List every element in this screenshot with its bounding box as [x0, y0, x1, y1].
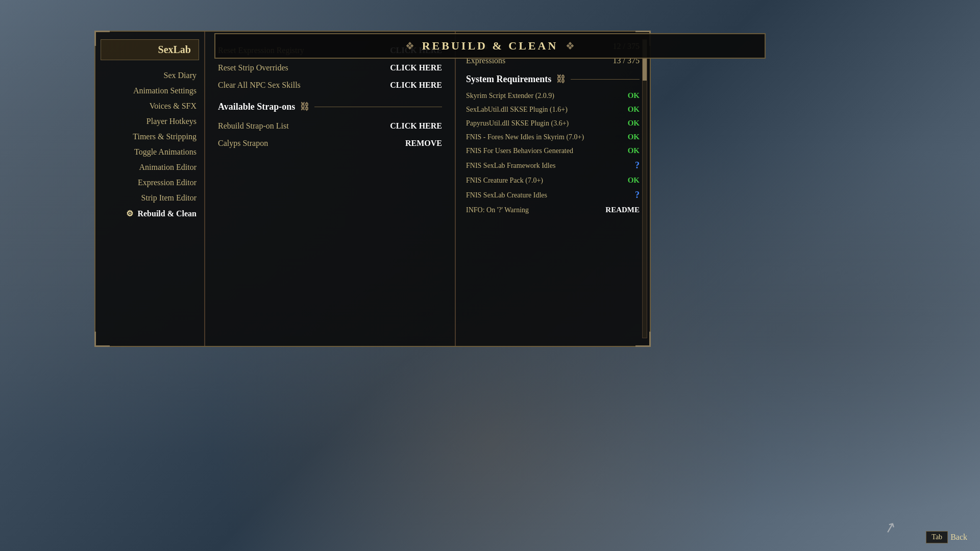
req-status-1: OK — [628, 105, 640, 114]
req-label-7: FNIS SexLab Creature Idles — [466, 191, 635, 199]
back-label: Back — [950, 533, 967, 542]
req-row-6: FNIS Creature Pack (7.0+) OK — [466, 173, 640, 187]
req-label-1: SexLabUtil.dll SKSE Plugin (1.6+) — [466, 106, 628, 114]
sidebar-header: SexLab — [101, 39, 199, 60]
action-row-reset-strip: Reset Strip Overrides CLICK HERE — [218, 59, 442, 77]
page-title: REBUILD & CLEAN — [422, 39, 558, 53]
calyps-strapon-label: Calyps Strapon — [218, 139, 268, 148]
req-status-7: ? — [635, 190, 640, 201]
req-status-4: OK — [628, 146, 640, 155]
sidebar-item-expression-editor[interactable]: Expression Editor — [95, 175, 204, 190]
title-deco-left: ❖ — [405, 40, 414, 52]
req-label-5: FNIS SexLab Framework Idles — [466, 162, 635, 170]
req-status-2: OK — [628, 119, 640, 128]
req-label-4: FNIS For Users Behaviors Generated — [466, 147, 628, 155]
sidebar-item-animation-settings[interactable]: Animation Settings — [95, 83, 204, 98]
req-label-8: INFO: On '?' Warning — [466, 206, 605, 214]
gear-icon: ⚙ — [126, 209, 133, 218]
link-icon: ⛓ — [300, 102, 309, 112]
sidebar-item-timers-stripping[interactable]: Timers & Stripping — [95, 129, 204, 144]
sidebar-item-rebuild-clean[interactable]: ⚙ Rebuild & Clean — [95, 206, 204, 221]
req-row-7: FNIS SexLab Creature Idles ? — [466, 187, 640, 203]
clear-npc-button[interactable]: CLICK HERE — [390, 81, 442, 90]
sidebar-item-voices-sfx[interactable]: Voices & SFX — [95, 98, 204, 114]
req-label-6: FNIS Creature Pack (7.0+) — [466, 177, 628, 185]
main-container: SexLab Sex Diary Animation Settings Voic… — [94, 31, 651, 347]
req-row-0: Skyrim Script Extender (2.0.9) OK — [466, 89, 640, 103]
req-row-4: FNIS For Users Behaviors Generated OK — [466, 144, 640, 158]
req-status-6: OK — [628, 176, 640, 185]
title-bar: ❖ REBUILD & CLEAN ❖ — [214, 33, 766, 59]
req-row-1: SexLabUtil.dll SKSE Plugin (1.6+) OK — [466, 103, 640, 116]
sidebar-item-sex-diary[interactable]: Sex Diary — [95, 68, 204, 83]
strap-ons-header: Available Strap-ons ⛓ — [218, 102, 442, 112]
req-row-5: FNIS SexLab Framework Idles ? — [466, 158, 640, 173]
sys-req-divider — [571, 79, 640, 80]
corner-bl — [94, 332, 110, 347]
strap-ons-title: Available Strap-ons — [218, 102, 295, 112]
rebuild-strapon-button[interactable]: CLICK HERE — [390, 121, 442, 131]
content-area: Reset Expression Registry CLICK HERE Res… — [205, 32, 650, 346]
scrollbar[interactable] — [642, 39, 647, 338]
req-label-2: PapyrusUtil.dll SKSE Plugin (3.6+) — [466, 119, 628, 128]
reset-strip-button[interactable]: CLICK HERE — [390, 63, 442, 72]
sidebar-item-toggle-animations[interactable]: Toggle Animations — [95, 144, 204, 160]
clear-npc-label: Clear All NPC Sex Skills — [218, 81, 301, 90]
section-divider — [314, 107, 442, 107]
req-status-5: ? — [635, 160, 640, 171]
right-panel: Voices 12 / 375 Expressions 13 / 375 Sys… — [456, 32, 650, 346]
main-layout: SexLab Sex Diary Animation Settings Voic… — [95, 32, 650, 346]
action-row-rebuild-strapon: Rebuild Strap-on List CLICK HERE — [218, 117, 442, 135]
left-panel: Reset Expression Registry CLICK HERE Res… — [205, 32, 456, 346]
action-row-calyps-strapon: Calyps Strapon REMOVE — [218, 135, 442, 152]
readme-button[interactable]: README — [605, 206, 640, 214]
title-deco-right: ❖ — [566, 40, 575, 52]
sidebar-item-animation-editor[interactable]: Animation Editor — [95, 160, 204, 175]
req-status-0: OK — [628, 91, 640, 100]
req-row-2: PapyrusUtil.dll SKSE Plugin (3.6+) OK — [466, 116, 640, 130]
req-row-3: FNIS - Fores New Idles in Skyrim (7.0+) … — [466, 130, 640, 144]
sidebar-title: SexLab — [158, 44, 191, 55]
req-label-0: Skyrim Script Extender (2.0.9) — [466, 92, 628, 100]
sys-req-title: System Requirements — [466, 74, 551, 85]
action-row-clear-npc: Clear All NPC Sex Skills CLICK HERE — [218, 77, 442, 94]
tab-key-label[interactable]: Tab — [926, 531, 948, 543]
sidebar-item-strip-item-editor[interactable]: Strip Item Editor — [95, 190, 204, 206]
reset-strip-label: Reset Strip Overrides — [218, 63, 288, 72]
corner-tl — [94, 31, 110, 46]
calyps-strapon-remove-button[interactable]: REMOVE — [405, 139, 442, 148]
sidebar: SexLab Sex Diary Animation Settings Voic… — [95, 32, 205, 346]
req-label-3: FNIS - Fores New Idles in Skyrim (7.0+) — [466, 133, 628, 141]
sys-req-link-icon: ⛓ — [556, 74, 566, 85]
req-status-3: OK — [628, 133, 640, 141]
rebuild-strapon-label: Rebuild Strap-on List — [218, 121, 289, 131]
footer-bar: Tab Back — [926, 531, 967, 543]
req-row-8: INFO: On '?' Warning README — [466, 203, 640, 217]
sidebar-item-player-hotkeys[interactable]: Player Hotkeys — [95, 114, 204, 129]
sys-req-header: System Requirements ⛓ — [466, 74, 640, 85]
